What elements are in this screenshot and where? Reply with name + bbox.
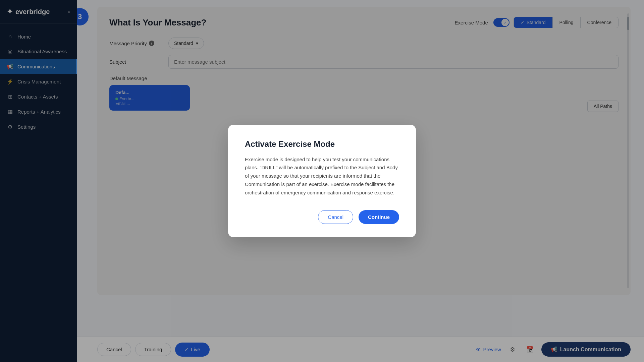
modal-actions: Cancel Continue — [245, 210, 399, 224]
modal-continue-button[interactable]: Continue — [359, 210, 399, 224]
modal-title: Activate Exercise Mode — [245, 139, 399, 149]
modal-overlay: Activate Exercise Mode Exercise mode is … — [0, 0, 644, 362]
modal-body: Exercise mode is designed to help you te… — [245, 156, 399, 197]
activate-exercise-modal: Activate Exercise Mode Exercise mode is … — [228, 125, 416, 238]
modal-cancel-button[interactable]: Cancel — [318, 210, 353, 224]
